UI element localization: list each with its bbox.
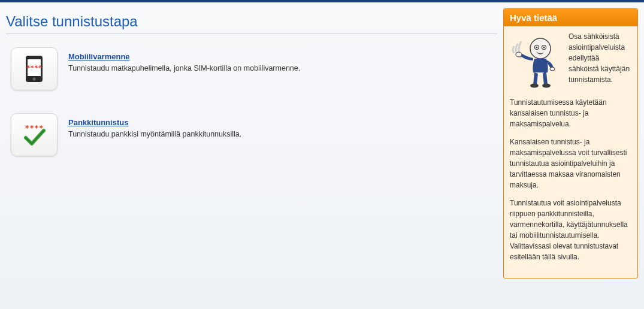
mascot-icon <box>510 32 563 90</box>
sidebar: Hyvä tietää <box>503 8 638 278</box>
svg-point-2 <box>33 78 36 81</box>
option-mobile-text: Mobiilivarmenne Tunnistaudu matkapuhelim… <box>68 47 300 74</box>
svg-text:****: **** <box>25 123 43 132</box>
info-p2: Kansalaisen tunnistus- ja maksamispalvel… <box>510 137 631 190</box>
svg-point-8 <box>536 47 538 49</box>
mascot-illustration <box>510 31 564 91</box>
checkmark-stars-icon: **** <box>17 122 51 147</box>
svg-point-13 <box>542 84 551 88</box>
bank-auth-link[interactable]: Pankkitunnistus <box>68 118 128 127</box>
info-p3: Tunnistautua voit asiointipalvelusta rii… <box>510 198 631 262</box>
page-title: Valitse tunnistustapa <box>6 8 497 34</box>
info-box-body: Osa sähköisistä asiointipalveluista edel… <box>504 26 637 278</box>
info-box-title: Hyvä tietää <box>504 9 637 26</box>
option-bank: **** Pankkitunnistus Tunnistaudu pankkis… <box>6 113 497 156</box>
svg-point-10 <box>516 52 522 57</box>
svg-point-5 <box>530 38 551 59</box>
main-content: Valitse tunnistustapa **** Mobiilivarmen… <box>6 8 497 278</box>
info-intro-text: Osa sähköisistä asiointipalveluista edel… <box>569 31 631 91</box>
info-box: Hyvä tietää <box>503 8 638 278</box>
info-intro-row: Osa sähköisistä asiointipalveluista edel… <box>510 31 631 91</box>
mobile-cert-icon: **** <box>11 47 58 90</box>
page-container: Valitse tunnistustapa **** Mobiilivarmen… <box>0 2 644 278</box>
bank-auth-icon: **** <box>11 113 58 156</box>
bank-auth-desc: Tunnistaudu pankkisi myöntämillä pankkit… <box>68 129 241 140</box>
svg-point-12 <box>530 84 539 88</box>
svg-point-11 <box>550 67 555 71</box>
mobile-cert-desc: Tunnistaudu matkapuhelimella, jonka SIM-… <box>68 63 300 74</box>
svg-point-9 <box>543 47 545 49</box>
mobile-cert-link[interactable]: Mobiilivarmenne <box>68 52 130 61</box>
info-p1: Tunnistautumisessa käytetään kansalaisen… <box>510 97 631 129</box>
svg-text:****: **** <box>26 64 43 72</box>
phone-icon: **** <box>19 53 50 84</box>
option-mobile: **** Mobiilivarmenne Tunnistaudu matkapu… <box>6 47 497 90</box>
option-bank-text: Pankkitunnistus Tunnistaudu pankkisi myö… <box>68 113 241 140</box>
